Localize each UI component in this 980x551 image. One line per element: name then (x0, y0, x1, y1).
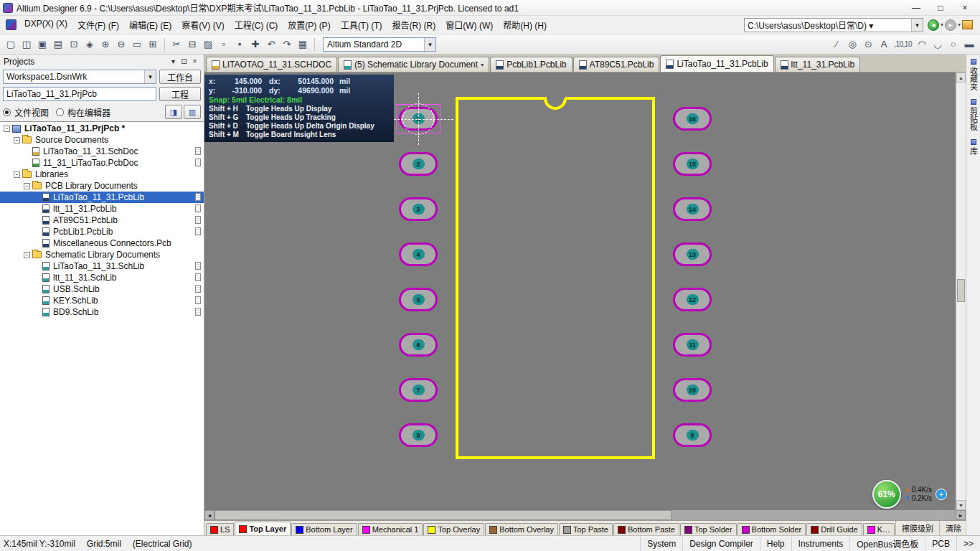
tree-item[interactable]: -Libraries (0, 169, 204, 180)
tree-expander-icon[interactable]: - (14, 171, 20, 178)
dxp-logo-icon[interactable] (6, 19, 17, 30)
vertical-scroll-thumb[interactable] (957, 279, 965, 302)
fill-icon[interactable]: ▬ (961, 37, 977, 52)
zoom-out-icon[interactable]: ⊖ (113, 37, 129, 52)
view-mode-select[interactable]: Altium Standard 2D ▾ (323, 37, 436, 52)
menu-item[interactable]: 放置(P) (P) (283, 17, 335, 33)
home-icon[interactable] (962, 20, 973, 29)
workspace-select[interactable]: Workspace1.DsnWrk ▾ (3, 70, 156, 84)
menu-item[interactable]: 工具(T) (T) (336, 17, 387, 33)
project-button[interactable]: 工程 (159, 87, 201, 101)
tree-item[interactable]: Miscellaneous Connectors.Pcb (0, 237, 204, 249)
add-button[interactable]: + (936, 489, 947, 500)
pad-10[interactable]: 10 (673, 378, 712, 402)
open-icon[interactable]: ◫ (19, 37, 34, 52)
pad-6[interactable]: 6 (399, 333, 438, 357)
doc-tab[interactable]: ltt_11_31.PcbLib (775, 57, 861, 72)
back-dropdown-icon[interactable]: ▾ (941, 22, 943, 28)
menu-item[interactable]: 编辑(E) (E) (124, 17, 176, 33)
back-icon[interactable]: ◄ (928, 19, 939, 31)
panel-options-button[interactable]: ▥ (184, 105, 201, 119)
tree-item[interactable]: KEY.SchLib (0, 295, 204, 306)
pad-5[interactable]: 5 (399, 288, 438, 311)
layer-tab-top-solder[interactable]: Top Solder (680, 523, 737, 535)
print-icon[interactable]: ▤ (50, 37, 66, 52)
dock-tab[interactable]: 收藏夹 (968, 59, 979, 90)
tree-item[interactable]: AT89C51.PcbLib (0, 215, 204, 226)
workspace-button[interactable]: 工作台 (159, 70, 201, 84)
deselect-icon[interactable]: ▪ (232, 37, 248, 52)
dock-tab[interactable]: 库 (968, 139, 979, 155)
clear-button[interactable]: 清除 (939, 521, 966, 535)
layer-tab-top-overlay[interactable]: Top Overlay (423, 523, 484, 535)
tree-item[interactable]: LiTaoTao_11_31.PcbLib (0, 192, 204, 203)
scroll-down-icon[interactable]: ▼ (956, 500, 966, 510)
string-icon[interactable]: A (876, 37, 892, 52)
move-icon[interactable]: ✚ (248, 37, 263, 52)
speed-ball[interactable]: 61% (872, 480, 901, 509)
arc-center-icon[interactable]: ◡ (930, 37, 946, 52)
tree-item[interactable]: USB.SchLib (0, 283, 204, 295)
layer-tab-ls[interactable]: LS (206, 523, 234, 535)
tree-item[interactable]: ltt_11_31.PcbLib (0, 203, 204, 215)
tree-item[interactable]: BD9.SchLib (0, 306, 204, 318)
tree-item[interactable]: -PCB Library Documents (0, 180, 204, 192)
new-document-icon[interactable]: ▢ (3, 37, 19, 52)
redo-icon[interactable]: ↷ (279, 37, 295, 52)
tree-item[interactable]: 11_31_LiTaoTao.PcbDoc (0, 157, 204, 169)
panel-button[interactable]: Instruments (791, 536, 850, 551)
scroll-up-icon[interactable]: ▲ (956, 72, 966, 83)
pad-12[interactable]: 12 (673, 288, 712, 311)
pad-15[interactable]: 15 (673, 152, 712, 176)
menu-item[interactable]: 工程(C) (C) (230, 17, 283, 33)
pad-2[interactable]: 2 (399, 152, 438, 176)
via-icon[interactable]: ⊙ (860, 37, 876, 52)
tree-item[interactable]: LiTaoTao_11_31.SchLib (0, 260, 204, 272)
pad-7[interactable]: 7 (399, 378, 438, 402)
panel-button[interactable]: Help (760, 536, 791, 551)
menu-item[interactable]: 察看(V) (V) (176, 17, 229, 33)
layer-tab-bottom-layer[interactable]: Bottom Layer (291, 523, 357, 535)
forward-dropdown-icon[interactable]: ▾ (958, 22, 961, 28)
pad-3[interactable]: 3 (399, 197, 438, 221)
full-circle-icon[interactable]: ○ (946, 37, 961, 52)
pad-14[interactable]: 14 (673, 197, 712, 221)
grid-icon[interactable]: ▦ (295, 37, 311, 52)
structure-view-radio[interactable] (56, 108, 64, 116)
panel-button[interactable]: System (640, 536, 682, 551)
zoom-in-icon[interactable]: ⊕ (98, 37, 113, 52)
tree-item[interactable]: LiTaoTao_11_31.SchDoc (0, 146, 204, 157)
zoom-area-icon[interactable]: ▭ (129, 37, 145, 52)
layer-tab-bottom-overlay[interactable]: Bottom Overlay (485, 523, 558, 535)
pad-11[interactable]: 11 (673, 333, 712, 357)
tree-expander-icon[interactable]: - (24, 183, 30, 189)
panel-button[interactable]: PCB (925, 536, 956, 551)
panel-filter-button[interactable]: ◨ (165, 105, 182, 119)
cut-icon[interactable]: ✂ (169, 37, 184, 52)
pad-8[interactable]: 8 (399, 423, 438, 447)
panel-button[interactable]: Design Compiler (682, 536, 760, 551)
panel-button[interactable]: >> (956, 536, 980, 551)
doc-tab[interactable]: (5) Schematic Library Document▾ (338, 57, 489, 72)
forward-icon[interactable]: ► (945, 19, 956, 31)
scroll-right-icon[interactable]: ► (956, 510, 966, 520)
horizontal-scroll-thumb[interactable] (215, 510, 672, 520)
pad-icon[interactable]: ◎ (844, 37, 860, 52)
copy-icon[interactable]: ⊟ (184, 37, 200, 52)
pad-4[interactable]: 4 (399, 242, 438, 266)
tree-item[interactable]: -LiTaoTao_11_31.PrjPcb * (0, 123, 204, 134)
layer-tab-top-paste[interactable]: Top Paste (559, 523, 613, 535)
tree-expander-icon[interactable]: - (24, 252, 30, 258)
tree-item[interactable]: -Source Documents (0, 134, 204, 146)
paste-icon[interactable]: ▨ (200, 37, 216, 52)
menu-item[interactable]: 文件(F) (F) (72, 17, 124, 33)
select-area-icon[interactable]: ▫ (216, 37, 232, 52)
pcb-canvas[interactable]: x: 145.000 dx: 50145.000 mil y: -310.000… (204, 72, 956, 510)
coordinate-icon[interactable]: ,10,10 (892, 37, 914, 52)
panel-collapse-icon[interactable]: ▾ (168, 57, 179, 65)
menu-item[interactable]: DXP(X) (X) (19, 17, 72, 33)
tree-expander-icon[interactable]: - (4, 126, 10, 132)
vertical-scrollbar[interactable]: ▲ ▼ (956, 72, 966, 510)
tree-item[interactable]: PcbLib1.PcbLib (0, 226, 204, 237)
line-icon[interactable]: ∕ (829, 37, 844, 52)
